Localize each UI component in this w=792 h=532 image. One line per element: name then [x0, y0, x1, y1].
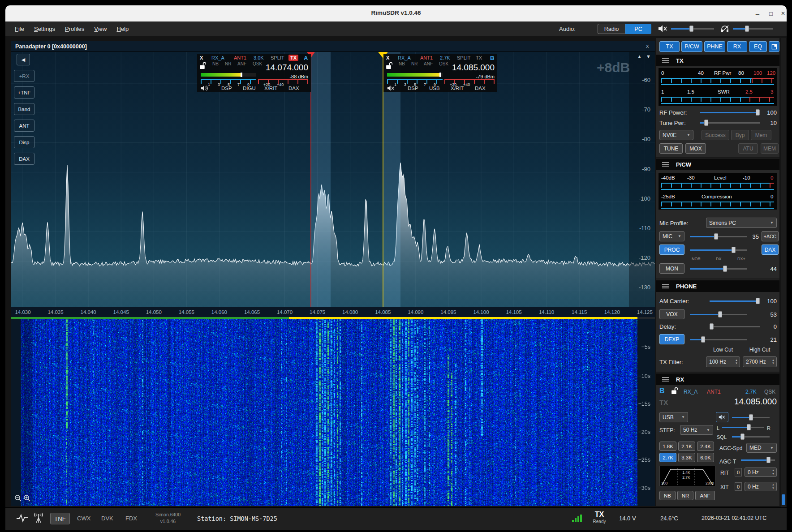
maximize-button[interactable]: □	[765, 8, 777, 19]
antenna-profile-dropdown[interactable]: NV0E▼	[659, 130, 693, 140]
rx-filter-1.8k[interactable]: 1.8K	[659, 442, 676, 451]
proc-button[interactable]: PROC	[659, 245, 684, 255]
slider-thumb[interactable]	[766, 457, 770, 463]
rx-nb-button[interactable]: NB	[659, 491, 676, 500]
flag-digu-button[interactable]: DIGU	[243, 86, 256, 91]
menu-headphone-volume-slider[interactable]	[733, 26, 773, 32]
status-cwx-button[interactable]: CWX	[77, 515, 90, 522]
tune-power-slider[interactable]	[700, 120, 760, 126]
spinner-arrows-icon[interactable]: ▲▼	[772, 469, 775, 476]
slider-thumb[interactable]	[756, 109, 760, 116]
audio-pc-toggle[interactable]: PC	[625, 24, 651, 34]
proc-level-slider[interactable]	[690, 247, 747, 253]
rx-anf-button[interactable]: ANF	[695, 491, 715, 500]
step-dropdown[interactable]: 50 Hz▼	[680, 425, 713, 435]
rx-mute-button[interactable]	[716, 412, 728, 422]
unlock-icon[interactable]	[671, 387, 678, 396]
xit-offset-box[interactable]: 0	[735, 482, 742, 491]
flag-x-rit-button[interactable]: X/RIT	[264, 86, 277, 91]
panadapter-titlebar[interactable]	[11, 41, 655, 52]
mox-button[interactable]: MOX	[685, 143, 706, 154]
spectrum-display[interactable]	[11, 52, 655, 307]
slider-thumb[interactable]	[732, 247, 736, 253]
am-carrier-slider[interactable]	[710, 298, 760, 304]
flag-usb-button[interactable]: USB	[429, 86, 440, 91]
tx-filter-high-spinner[interactable]: 2700 Hz▲▼	[743, 356, 777, 367]
tnf-button[interactable]: TNF	[50, 513, 70, 524]
menu-grip-icon[interactable]	[662, 284, 669, 288]
success-button[interactable]: Success	[702, 130, 729, 140]
menu-view[interactable]: View	[89, 21, 112, 36]
rx-squelch-slider[interactable]	[732, 433, 770, 440]
waterfall-display[interactable]	[21, 319, 637, 506]
rx-volume-slider[interactable]	[732, 414, 770, 420]
pan-side-button-ant[interactable]: ANT	[14, 120, 34, 132]
flag-frequency[interactable]: 14.085.000	[410, 63, 495, 73]
flag-rx-antenna[interactable]: RX_A	[398, 55, 411, 60]
agc-t-slider[interactable]	[741, 457, 775, 463]
speaker-muted-icon[interactable]	[387, 85, 395, 93]
mon-level-slider[interactable]	[690, 266, 747, 272]
close-button[interactable]: ✕	[778, 8, 788, 19]
rit-label[interactable]: RIT	[720, 470, 729, 476]
menu-grip-icon[interactable]	[662, 58, 669, 63]
speaker-icon[interactable]	[201, 85, 209, 93]
pan-side-button-disp[interactable]: Disp	[14, 136, 34, 148]
mic-source-dropdown[interactable]: MIC▼	[659, 231, 684, 241]
panel-tab-p-cw[interactable]: P/CW	[681, 41, 702, 52]
tx-antenna-label[interactable]: ANT1	[707, 389, 721, 395]
vox-level-slider[interactable]	[690, 311, 747, 317]
minimize-button[interactable]: –	[752, 8, 763, 19]
dexp-button[interactable]: DEXP	[659, 334, 684, 344]
scale-up-icon[interactable]: ▲	[637, 54, 642, 59]
xit-spinner[interactable]: 0 Hz▲▼	[745, 482, 777, 491]
flag-bandwidth[interactable]: 3.0K	[254, 55, 264, 60]
vox-button[interactable]: VOX	[659, 309, 684, 319]
panel-tab-eq[interactable]: EQ	[749, 41, 767, 52]
slider-thumb[interactable]	[747, 424, 751, 430]
scale-down-icon[interactable]: ▼	[646, 54, 651, 59]
menu-settings[interactable]: Settings	[29, 21, 60, 36]
vfo-flag-a[interactable]: XRX_AANT13.0KSPLITTXANBNRANFQSK14.074.00…	[197, 54, 311, 92]
rx-filter-2.7k[interactable]: 2.7K	[659, 453, 676, 462]
menu-grip-icon[interactable]	[662, 162, 669, 167]
flag-dsp-button[interactable]: DSP	[221, 86, 232, 91]
unlock-icon[interactable]	[386, 62, 392, 71]
rx-frequency[interactable]: 14.085.000	[699, 397, 777, 407]
antenna-icon[interactable]	[33, 512, 44, 525]
menu-help[interactable]: Help	[112, 21, 134, 36]
slider-thumb[interactable]	[723, 266, 727, 272]
rx-pan-slider[interactable]	[722, 424, 764, 430]
byp-button[interactable]: Byp	[731, 130, 749, 140]
slider-thumb[interactable]	[749, 414, 753, 420]
menu-profiles[interactable]: Profiles	[60, 21, 89, 36]
slider-thumb[interactable]	[704, 120, 708, 126]
zoom-out-icon[interactable]	[14, 494, 22, 504]
rx-nr-button[interactable]: NR	[677, 491, 693, 500]
panel-tab-rx[interactable]: RX	[727, 41, 747, 52]
popout-button[interactable]	[769, 41, 779, 52]
unlock-icon[interactable]	[199, 62, 206, 71]
flag-frequency[interactable]: 14.074.000	[224, 63, 308, 73]
rx-filter-2.4k[interactable]: 2.4K	[697, 442, 714, 451]
rx-filter-6.0k[interactable]: 6.0K	[697, 453, 714, 462]
spinner-arrows-icon[interactable]: ▲▼	[772, 483, 775, 490]
rx-filter-3.3k[interactable]: 3.3K	[678, 453, 695, 462]
flag-tx-antenna[interactable]: ANT1	[420, 55, 433, 60]
dexp-level-slider[interactable]	[690, 336, 747, 343]
panel-scrollbar[interactable]	[781, 38, 786, 507]
flag-dsp-button[interactable]: DSP	[408, 86, 418, 91]
panel-tab-phne[interactable]: PHNE	[704, 41, 725, 52]
slider-thumb[interactable]	[689, 26, 693, 32]
dax-button[interactable]: DAX	[762, 245, 779, 255]
rx-bandwidth-label[interactable]: 2.7K	[745, 389, 757, 395]
tune-button[interactable]: TUNE	[659, 143, 683, 154]
mic-gain-slider[interactable]	[690, 233, 747, 240]
agc-speed-dropdown[interactable]: MED▼	[746, 443, 777, 453]
flag-split-button[interactable]: SPLIT	[271, 55, 284, 60]
pan-side-button-dax[interactable]: DAX	[14, 153, 34, 165]
headphone-muted-icon[interactable]	[720, 25, 729, 34]
rf-power-slider[interactable]	[700, 109, 760, 116]
pan-side-button-band[interactable]: Band	[14, 103, 34, 115]
panel-scrollbar-thumb[interactable]	[782, 494, 785, 505]
